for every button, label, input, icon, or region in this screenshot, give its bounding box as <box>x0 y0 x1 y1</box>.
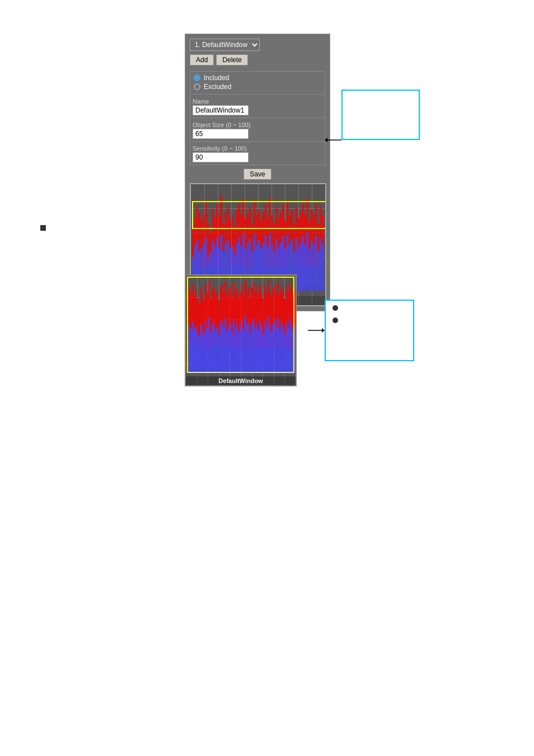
svg-rect-245 <box>281 323 282 374</box>
arrow-connector-bottom <box>308 322 325 339</box>
svg-rect-233 <box>261 326 262 374</box>
svg-rect-192 <box>194 329 195 374</box>
btn-row: Add Delete <box>190 54 325 66</box>
svg-rect-206 <box>217 326 218 374</box>
svg-rect-238 <box>269 325 270 374</box>
svg-rect-230 <box>256 323 257 374</box>
svg-rect-202 <box>210 333 211 374</box>
svg-rect-189 <box>189 325 190 374</box>
svg-rect-224 <box>246 325 247 374</box>
svg-marker-121 <box>325 138 327 142</box>
svg-rect-212 <box>227 330 228 374</box>
svg-rect-201 <box>208 318 209 374</box>
svg-rect-205 <box>215 330 216 374</box>
svg-rect-219 <box>238 332 239 374</box>
delete-button[interactable]: Delete <box>216 54 248 66</box>
dot-item-2 <box>332 318 406 323</box>
svg-rect-231 <box>257 330 259 374</box>
svg-rect-211 <box>225 318 226 374</box>
svg-rect-190 <box>190 329 191 374</box>
histogram-bottom: DefaultWindow <box>185 274 297 386</box>
svg-rect-223 <box>245 316 246 374</box>
object-size-label: Object Size (0 ~ 100) <box>193 122 322 128</box>
histogram-label-bottom: DefaultWindow <box>186 376 296 385</box>
svg-rect-194 <box>197 332 198 374</box>
object-size-input[interactable] <box>193 129 249 139</box>
svg-rect-251 <box>291 324 292 374</box>
svg-rect-204 <box>213 322 214 374</box>
svg-rect-243 <box>278 318 279 374</box>
svg-rect-246 <box>282 326 283 374</box>
svg-rect-236 <box>266 329 267 374</box>
config-panel: 1. DefaultWindow Add Delete Included Exc… <box>185 34 330 311</box>
sensitivity-input[interactable] <box>193 152 249 162</box>
svg-rect-207 <box>218 335 219 374</box>
radio-included-circle <box>194 74 200 81</box>
svg-rect-250 <box>289 319 290 374</box>
svg-rect-209 <box>222 320 223 374</box>
svg-rect-213 <box>228 325 229 374</box>
svg-rect-222 <box>243 330 244 374</box>
window-dropdown[interactable]: 1. DefaultWindow <box>190 39 260 51</box>
radio-included-label: Included <box>204 74 229 82</box>
svg-rect-237 <box>268 316 269 374</box>
sensitivity-field-group: Sensitivity (0 ~ 100) <box>190 142 325 165</box>
name-input[interactable] <box>193 105 249 115</box>
radio-excluded-label: Excluded <box>204 83 231 91</box>
bullet-icon <box>40 225 46 231</box>
svg-rect-221 <box>241 320 242 374</box>
svg-rect-252 <box>292 330 293 374</box>
dot-icon-2 <box>332 318 338 323</box>
svg-rect-241 <box>274 320 275 374</box>
svg-rect-203 <box>212 326 213 374</box>
info-box-top <box>341 90 420 140</box>
radio-excluded-circle <box>194 83 200 90</box>
info-box-bottom <box>325 300 414 361</box>
arrow-connector-top <box>325 132 341 148</box>
svg-rect-227 <box>251 324 252 374</box>
svg-rect-198 <box>203 334 204 374</box>
svg-rect-188 <box>187 332 188 374</box>
svg-rect-248 <box>285 322 287 374</box>
svg-rect-220 <box>240 326 241 374</box>
radio-group: Included Excluded <box>190 71 325 95</box>
svg-rect-199 <box>205 320 206 374</box>
svg-rect-232 <box>259 320 260 374</box>
svg-rect-239 <box>271 332 272 374</box>
svg-rect-210 <box>223 328 224 374</box>
svg-rect-228 <box>253 319 254 374</box>
top-panel-container: 1. DefaultWindow Add Delete Included Exc… <box>185 34 420 311</box>
object-size-field-group: Object Size (0 ~ 100) <box>190 118 325 142</box>
svg-rect-200 <box>207 328 208 374</box>
bottom-panel-container: DefaultWindow <box>185 274 414 386</box>
svg-rect-217 <box>235 328 236 374</box>
svg-rect-240 <box>273 324 274 374</box>
histogram-bars-bottom-svg <box>186 276 296 375</box>
svg-rect-215 <box>231 333 232 374</box>
svg-rect-197 <box>202 330 203 374</box>
dot-icon-1 <box>332 305 338 311</box>
sensitivity-label: Sensitivity (0 ~ 100) <box>193 145 322 152</box>
name-field-group: Name <box>190 95 325 118</box>
svg-rect-253 <box>294 325 295 374</box>
svg-rect-218 <box>236 324 237 374</box>
svg-rect-244 <box>279 330 280 374</box>
svg-rect-216 <box>233 319 234 374</box>
radio-included[interactable]: Included <box>194 74 321 82</box>
add-button[interactable]: Add <box>190 54 214 66</box>
svg-rect-249 <box>287 328 288 374</box>
svg-rect-193 <box>195 326 196 374</box>
svg-rect-0 <box>192 229 194 257</box>
save-button[interactable]: Save <box>243 169 271 180</box>
dot-item-1 <box>332 305 406 311</box>
svg-rect-229 <box>255 328 256 374</box>
svg-rect-225 <box>248 322 249 374</box>
svg-rect-191 <box>192 321 193 374</box>
radio-excluded[interactable]: Excluded <box>194 83 321 91</box>
svg-rect-242 <box>276 328 277 374</box>
name-label: Name <box>193 98 322 105</box>
svg-rect-247 <box>284 334 285 374</box>
svg-rect-195 <box>199 336 200 374</box>
svg-rect-234 <box>263 334 264 374</box>
svg-rect-208 <box>220 323 221 374</box>
